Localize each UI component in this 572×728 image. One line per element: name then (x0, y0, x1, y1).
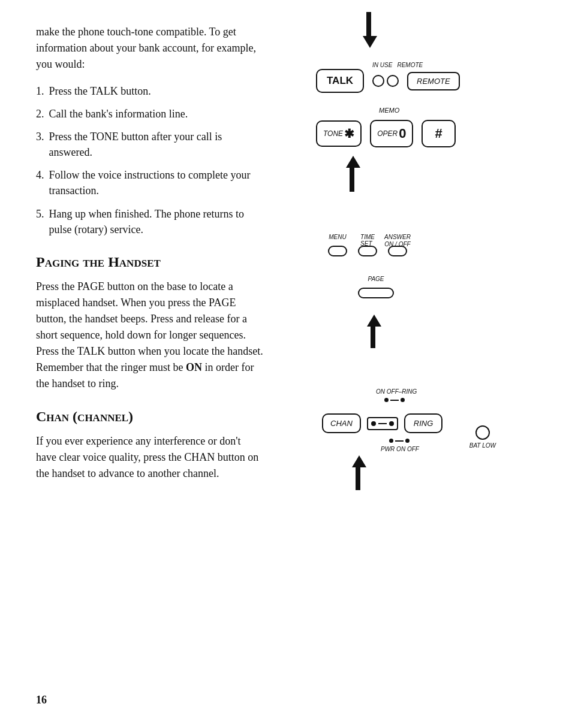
talk-row: TALK IN USE REMOTE REMOTE (316, 69, 460, 93)
time-set-button: TIMESET (358, 246, 377, 256)
step-2: 2. Call the bank's information line. (36, 106, 264, 122)
ring-button: RING (404, 413, 443, 433)
page-container: make the phone touch-tone compatible. To… (0, 0, 572, 539)
step-text-2: Call the bank's information line. (49, 106, 188, 122)
bat-low-indicator (475, 425, 490, 440)
tone-label: TONE (323, 129, 343, 138)
answer-button: ANSWERON / OFF (388, 246, 407, 256)
menu-buttons-row: MENU TIMESET ANSWERON / OFF (328, 246, 407, 256)
in-use-remote-labels: IN USE REMOTE (372, 62, 423, 68)
talk-button: TALK (316, 69, 364, 93)
step-5: 5. Hang up when finished. The phone retu… (36, 206, 264, 237)
tone-button: TONE ✱ (316, 120, 362, 147)
bat-low-label: BAT LOW (469, 442, 496, 449)
remote-button: REMOTE (407, 72, 460, 90)
oper-button: OPER 0 (370, 120, 413, 147)
step-text-1: Press the TALK button. (49, 83, 151, 99)
dot3 (389, 439, 393, 443)
hash-button: # (422, 120, 455, 147)
step-num-4: 4. (36, 167, 44, 198)
step-num-1: 1. (36, 83, 44, 99)
dot2 (401, 398, 405, 402)
on-off-ring-label: ON OFF–RING (376, 388, 417, 395)
step-4: 4. Follow the voice instructions to comp… (36, 167, 264, 198)
oper-label: OPER (377, 129, 398, 138)
chan-body: If you ever experience any interference … (36, 433, 264, 482)
page-button-row: PAGE (358, 288, 394, 298)
dash2 (395, 440, 404, 442)
slider-group (367, 417, 398, 430)
dot1 (384, 398, 389, 402)
chan-button: CHAN (322, 413, 361, 433)
tone-row: TONE ✱ OPER 0 # (316, 120, 456, 147)
time-set-label: TIMESET (360, 234, 375, 247)
menu-button: MENU (328, 246, 347, 256)
slider-dot-on (371, 421, 376, 426)
in-use-indicator (372, 75, 384, 87)
diagram-talk: TALK IN USE REMOTE REMOTE MEMO TONE ✱ (316, 36, 508, 198)
step-num-2: 2. (36, 106, 44, 122)
step-1: 1. Press the TALK button. (36, 83, 264, 99)
indicator-group: IN USE REMOTE (372, 75, 399, 87)
chan-title: Chan (channel) (36, 409, 264, 425)
remote-small-label: REMOTE (397, 62, 423, 68)
answer-label: ANSWERON / OFF (384, 234, 411, 248)
memo-label: MEMO (379, 107, 399, 114)
diagram-chan: ON OFF–RING CHAN RING (322, 383, 502, 515)
paging-body: Press the PAGE button on the base to loc… (36, 279, 264, 392)
step-num-3: 3. (36, 129, 44, 160)
step-text-5: Hang up when finished. The phone returns… (49, 206, 264, 237)
dash1 (390, 400, 399, 401)
steps-list: 1. Press the TALK button. 2. Call the ba… (36, 83, 264, 237)
paging-title: Paging the Handset (36, 254, 264, 270)
step-3: 3. Press the TONE button after your call… (36, 129, 264, 160)
page-number: 16 (36, 694, 47, 706)
step-text-4: Follow the voice instructions to complet… (49, 167, 264, 198)
in-use-label: IN USE (372, 62, 392, 68)
intro-text: make the phone touch-tone compatible. To… (36, 24, 264, 73)
bat-low-group: BAT LOW (469, 425, 496, 449)
page-button: PAGE (358, 288, 394, 298)
diagram-page: MENU TIMESET ANSWERON / OFF PAGE (322, 228, 502, 348)
menu-label: MENU (329, 234, 346, 240)
left-column: make the phone touch-tone compatible. To… (36, 24, 276, 515)
pwr-on-off-label: PWR ON OFF (381, 446, 419, 452)
remote-indicator (387, 75, 399, 87)
on-off-ring-dots (384, 398, 405, 402)
slider-dot-off (389, 421, 394, 426)
step-text-3: Press the TONE button after your call is… (49, 129, 264, 160)
slider-dash (378, 423, 387, 424)
pwr-on-off-dots (389, 439, 410, 443)
right-column: TALK IN USE REMOTE REMOTE MEMO TONE ✱ (276, 24, 548, 515)
on-off-slider (367, 417, 398, 430)
page-label: PAGE (368, 276, 384, 282)
zero-digit: 0 (399, 126, 406, 141)
step-num-5: 5. (36, 206, 44, 237)
dot4 (405, 439, 410, 443)
asterisk-icon: ✱ (344, 126, 354, 141)
